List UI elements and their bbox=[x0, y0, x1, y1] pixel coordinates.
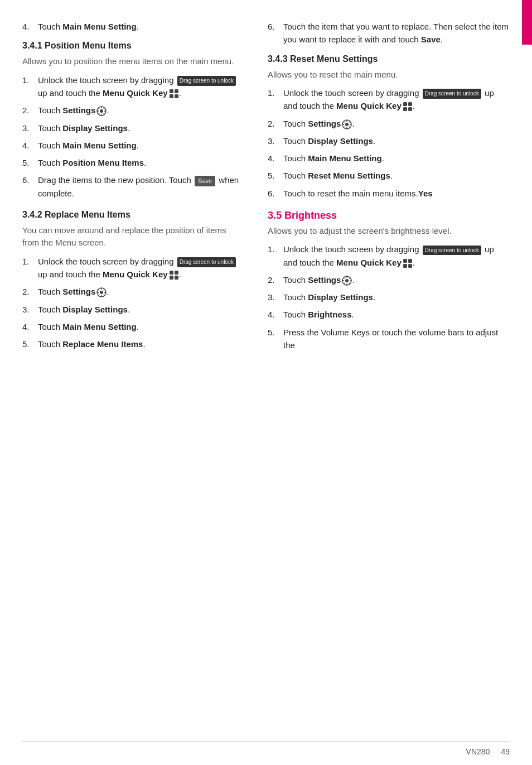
step-text: Touch Display Settings. bbox=[38, 122, 130, 134]
content-area: 4. Touch Main Menu Setting. 3.4.1 Positi… bbox=[0, 0, 532, 741]
step-number: 4. bbox=[268, 152, 283, 165]
step-4-top: 4. Touch Main Menu Setting. bbox=[22, 20, 240, 33]
list-item: 6.Touch to reset the main menu items.Yes bbox=[268, 187, 510, 200]
svg-rect-2 bbox=[170, 94, 173, 98]
svg-rect-15 bbox=[175, 271, 178, 275]
list-item: 1.Unlock the touch screen by dragging Dr… bbox=[268, 243, 510, 269]
step-text: Touch Settings . bbox=[283, 117, 355, 130]
section-342-desc: You can move around and replace the posi… bbox=[22, 224, 240, 249]
step-bold: Reset Menu Settings bbox=[308, 171, 390, 180]
step-text: Touch Main Menu Setting. bbox=[38, 320, 139, 333]
step-number: 4. bbox=[22, 320, 38, 333]
step-number: 2. bbox=[268, 117, 283, 130]
menu-quick-key-icon bbox=[403, 102, 413, 112]
step-bold: Menu Quick Key bbox=[103, 88, 168, 98]
list-item: 1.Unlock the touch screen by dragging Dr… bbox=[22, 74, 240, 100]
step-text: Touch Settings . bbox=[283, 273, 355, 286]
svg-rect-16 bbox=[170, 276, 173, 280]
svg-line-40 bbox=[349, 121, 350, 122]
svg-point-5 bbox=[100, 109, 103, 113]
drag-badge: Drag screen to unlock bbox=[177, 76, 236, 86]
step-text: Touch Settings . bbox=[38, 285, 109, 298]
svg-rect-43 bbox=[408, 259, 412, 263]
svg-point-47 bbox=[345, 279, 349, 282]
svg-rect-44 bbox=[403, 264, 407, 268]
step-bold: Settings bbox=[308, 275, 341, 285]
svg-rect-30 bbox=[403, 107, 407, 111]
svg-point-19 bbox=[100, 291, 103, 294]
svg-line-53 bbox=[349, 282, 350, 283]
step-bold: Main Menu Setting bbox=[62, 141, 137, 150]
step-number: 3. bbox=[268, 291, 283, 304]
svg-line-39 bbox=[349, 126, 350, 127]
step-number: 2. bbox=[268, 273, 283, 286]
svg-rect-28 bbox=[403, 102, 407, 106]
left-column: 4. Touch Main Menu Setting. 3.4.1 Positi… bbox=[22, 20, 257, 730]
section-342-heading: 3.4.2 Replace Menu Items bbox=[22, 210, 240, 220]
step-bold: Yes bbox=[418, 189, 433, 198]
step-number: 1. bbox=[268, 86, 283, 99]
list-item: 2.Touch Settings . bbox=[268, 273, 510, 286]
svg-line-13 bbox=[99, 113, 100, 114]
settings-icon bbox=[96, 287, 107, 297]
step-text: Touch Display Settings. bbox=[38, 303, 130, 316]
list-item: 3.Touch Display Settings. bbox=[22, 122, 240, 134]
step-text: Unlock the touch screen by dragging Drag… bbox=[38, 74, 240, 100]
list-item: 2.Touch Settings . bbox=[268, 117, 510, 130]
settings-icon bbox=[96, 106, 107, 116]
step-text: Touch Brightness. bbox=[283, 308, 354, 321]
list-item: 2.Touch Settings . bbox=[22, 104, 240, 117]
step-6-top: 6. Touch the item that you want to repla… bbox=[268, 20, 510, 46]
step-4-bold: Main Menu Setting bbox=[62, 22, 137, 31]
step-6-num: 6. bbox=[268, 20, 283, 33]
svg-line-55 bbox=[344, 282, 345, 283]
settings-icon bbox=[342, 119, 352, 129]
drag-badge: Drag screen to unlock bbox=[177, 257, 236, 267]
step-text: Unlock the touch screen by dragging Drag… bbox=[283, 86, 510, 113]
steps-343: 1.Unlock the touch screen by dragging Dr… bbox=[268, 86, 510, 200]
step-bold: Display Settings bbox=[308, 292, 373, 302]
svg-rect-3 bbox=[175, 94, 178, 98]
step-text: Touch Display Settings. bbox=[283, 291, 375, 304]
step-bold: Menu Quick Key bbox=[336, 258, 402, 267]
list-item: 1.Unlock the touch screen by dragging Dr… bbox=[22, 255, 240, 281]
svg-line-25 bbox=[104, 295, 105, 296]
step-bold: Replace Menu Items bbox=[62, 339, 143, 349]
step-bold: Main Menu Setting bbox=[62, 322, 137, 331]
svg-rect-29 bbox=[408, 102, 412, 106]
list-item: 5.Press the Volume Keys or touch the vol… bbox=[268, 326, 510, 352]
svg-rect-14 bbox=[170, 271, 173, 275]
svg-line-24 bbox=[99, 289, 100, 290]
step-bold: Menu Quick Key bbox=[336, 101, 402, 110]
step-number: 1. bbox=[22, 74, 38, 86]
svg-rect-42 bbox=[403, 259, 407, 263]
step-6-text: Touch the item that you want to replace.… bbox=[283, 20, 510, 46]
steps-35: 1.Unlock the touch screen by dragging Dr… bbox=[268, 243, 510, 352]
step-bold: Settings bbox=[62, 287, 95, 296]
step-number: 2. bbox=[22, 104, 38, 117]
step-number: 1. bbox=[22, 255, 38, 268]
list-item: 5.Touch Position Menu Items. bbox=[22, 156, 240, 169]
step-bold: Settings bbox=[308, 119, 341, 128]
step-bold: Settings bbox=[62, 105, 95, 115]
step-text: Touch Position Menu Items. bbox=[38, 156, 146, 169]
step-text: Unlock the touch screen by dragging Drag… bbox=[38, 255, 240, 281]
svg-line-38 bbox=[344, 121, 345, 122]
svg-rect-31 bbox=[408, 107, 412, 111]
steps-341: 1.Unlock the touch screen by dragging Dr… bbox=[22, 74, 240, 200]
list-item: 5.Touch Replace Menu Items. bbox=[22, 338, 240, 350]
list-item: 3.Touch Display Settings. bbox=[22, 303, 240, 316]
step-bold: Main Menu Setting bbox=[308, 153, 382, 163]
step-6-bold: Save bbox=[421, 35, 441, 44]
list-item: 3.Touch Display Settings. bbox=[268, 291, 510, 304]
step-text: Unlock the touch screen by dragging Drag… bbox=[283, 243, 510, 269]
svg-line-41 bbox=[344, 126, 345, 127]
step-number: 6. bbox=[268, 187, 283, 200]
step-text: Touch Display Settings. bbox=[283, 134, 375, 147]
step-text: Touch to reset the main menu items.Yes bbox=[283, 187, 433, 200]
step-text: Drag the items to the new position. Touc… bbox=[38, 174, 240, 200]
svg-line-54 bbox=[349, 277, 350, 278]
step-bold: Display Settings bbox=[308, 136, 373, 146]
step-4-num: 4. bbox=[22, 20, 38, 33]
step-number: 2. bbox=[22, 285, 38, 298]
